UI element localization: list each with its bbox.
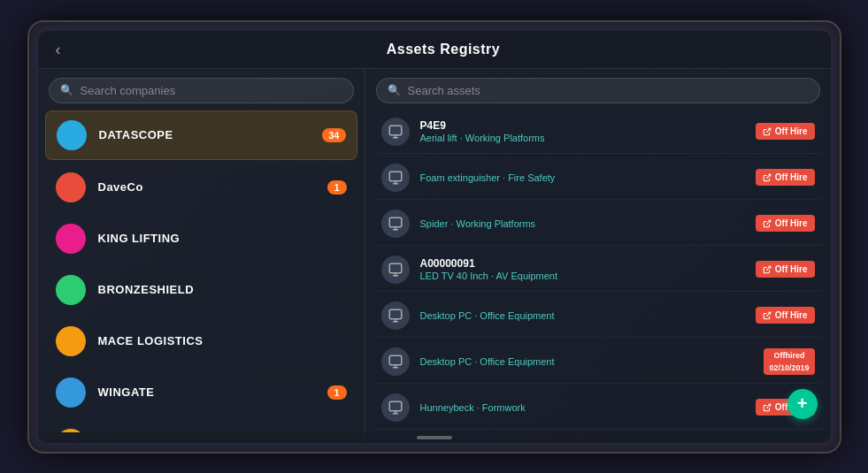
- asset-action-area: Offhired02/10/2019: [764, 348, 814, 375]
- off-hire-button[interactable]: Off Hire: [756, 123, 815, 140]
- svg-rect-6: [389, 263, 402, 273]
- svg-rect-10: [389, 355, 402, 365]
- company-avatar: [57, 120, 87, 150]
- assets-search-icon: 🔍: [388, 84, 401, 96]
- asset-action-area: Off Hire: [756, 123, 815, 140]
- app-header: ‹ Assets Registry: [38, 31, 831, 69]
- asset-description: LED TV 40 Inch · AV Equipment: [420, 271, 756, 281]
- company-name: WINGATE: [98, 385, 327, 399]
- svg-rect-11: [389, 401, 402, 411]
- asset-item[interactable]: P4E9Aerial lift · Working Platforms Off …: [373, 111, 824, 154]
- company-item[interactable]: DATASCOPE34: [45, 111, 357, 160]
- company-item[interactable]: KING LIFTING: [45, 215, 357, 263]
- search-icon: 🔍: [60, 84, 73, 96]
- company-item[interactable]: SEVERFIELD: [45, 420, 357, 432]
- asset-description: Desktop PC · Office Equipment: [420, 310, 756, 321]
- asset-icon: [381, 256, 410, 284]
- asset-item[interactable]: Hunneybeck · Formwork Off Hire: [373, 386, 824, 430]
- app-window: ‹ Assets Registry 🔍 DATASCOPE34DaveCo1KI…: [38, 31, 831, 443]
- page-title: Assets Registry: [74, 42, 813, 57]
- svg-line-9: [766, 312, 771, 317]
- svg-rect-8: [389, 309, 402, 319]
- asset-info: Spider · Working Platforms: [420, 217, 756, 229]
- off-hire-button[interactable]: Off Hire: [756, 215, 815, 232]
- home-indicator: [417, 436, 452, 439]
- asset-info: Desktop PC · Office Equipment: [420, 355, 764, 367]
- asset-action-area: Off Hire: [756, 307, 815, 324]
- asset-info: Desktop PC · Office Equipment: [420, 309, 756, 321]
- company-item[interactable]: MACE LOGISTICS: [45, 317, 357, 365]
- company-name: DaveCo: [98, 180, 327, 194]
- back-button[interactable]: ‹: [56, 42, 61, 57]
- company-badge: 1: [327, 180, 347, 195]
- asset-item[interactable]: A00000091LED TV 40 Inch · AV Equipment O…: [373, 248, 824, 292]
- asset-list: P4E9Aerial lift · Working Platforms Off …: [365, 111, 831, 432]
- company-badge: 1: [327, 385, 347, 400]
- device-frame: ‹ Assets Registry 🔍 DATASCOPE34DaveCo1KI…: [27, 20, 841, 454]
- svg-line-5: [766, 220, 771, 225]
- asset-info: P4E9Aerial lift · Working Platforms: [420, 119, 756, 143]
- add-asset-button[interactable]: +: [787, 389, 818, 419]
- svg-line-7: [766, 266, 771, 271]
- asset-item[interactable]: Spider · Working Platforms Off Hire: [373, 202, 824, 246]
- off-hire-button[interactable]: Off Hire: [756, 307, 815, 324]
- companies-panel: 🔍 DATASCOPE34DaveCo1KING LIFTINGBRONZESH…: [38, 69, 365, 432]
- asset-description: Aerial lift · Working Platforms: [420, 133, 756, 143]
- asset-item[interactable]: Foam extinguisher · Fire Safety Off Hire: [373, 156, 824, 200]
- asset-info: Hunneybeck · Formwork: [420, 401, 756, 413]
- company-name: KING LIFTING: [98, 232, 347, 245]
- asset-info: A00000091LED TV 40 Inch · AV Equipment: [420, 257, 756, 281]
- company-avatar: [56, 275, 86, 305]
- bottom-bar: [38, 432, 831, 443]
- company-avatar: [56, 224, 86, 254]
- asset-description: Spider · Working Platforms: [420, 218, 756, 229]
- assets-panel: 🔍 P4E9Aerial lift · Working Platforms Of…: [365, 69, 831, 432]
- svg-line-1: [766, 128, 771, 133]
- company-item[interactable]: WINGATE1: [45, 369, 357, 416]
- assets-search-bar[interactable]: 🔍: [376, 78, 820, 103]
- asset-info: Foam extinguisher · Fire Safety: [420, 172, 756, 183]
- company-avatar: [56, 326, 86, 356]
- asset-icon: [381, 301, 410, 330]
- company-name: DATASCOPE: [99, 128, 323, 141]
- svg-line-3: [766, 174, 771, 179]
- svg-rect-4: [389, 217, 402, 227]
- off-hire-button[interactable]: Offhired02/10/2019: [764, 348, 814, 375]
- asset-item[interactable]: Desktop PC · Office EquipmentOffhired02/…: [373, 340, 824, 384]
- asset-description: Desktop PC · Office Equipment: [420, 356, 764, 367]
- off-hire-button[interactable]: Off Hire: [756, 261, 815, 278]
- asset-item[interactable]: Desktop PC · Office Equipment Off Hire: [373, 294, 824, 338]
- asset-description: Foam extinguisher · Fire Safety: [420, 172, 756, 183]
- content-area: 🔍 DATASCOPE34DaveCo1KING LIFTINGBRONZESH…: [38, 69, 831, 432]
- companies-search-input[interactable]: [81, 84, 342, 97]
- assets-search-input[interactable]: [408, 84, 809, 97]
- company-item[interactable]: BRONZESHIELD: [45, 266, 357, 314]
- asset-icon: [381, 164, 410, 192]
- company-avatar: [56, 378, 86, 408]
- company-avatar: [56, 429, 86, 432]
- asset-icon: [381, 210, 410, 238]
- company-name: BRONZESHIELD: [98, 283, 347, 296]
- asset-icon: [381, 347, 410, 376]
- companies-search-bar[interactable]: 🔍: [49, 78, 354, 103]
- company-list: DATASCOPE34DaveCo1KING LIFTINGBRONZESHIE…: [38, 111, 365, 432]
- company-name: MACE LOGISTICS: [98, 334, 347, 347]
- asset-action-area: Off Hire: [756, 261, 815, 278]
- off-hire-button[interactable]: Off Hire: [756, 169, 815, 186]
- asset-id: A00000091: [420, 257, 756, 270]
- asset-icon: [381, 393, 410, 422]
- svg-rect-2: [389, 172, 402, 181]
- asset-id: P4E9: [420, 119, 756, 132]
- asset-action-area: Off Hire: [756, 215, 815, 232]
- asset-description: Hunneybeck · Formwork: [420, 402, 756, 413]
- asset-icon: [381, 118, 410, 146]
- company-badge: 34: [322, 128, 345, 142]
- svg-rect-0: [389, 126, 402, 135]
- company-item[interactable]: DaveCo1: [45, 164, 357, 211]
- asset-action-area: Off Hire: [756, 169, 815, 186]
- company-avatar: [56, 172, 86, 202]
- svg-line-12: [766, 404, 771, 408]
